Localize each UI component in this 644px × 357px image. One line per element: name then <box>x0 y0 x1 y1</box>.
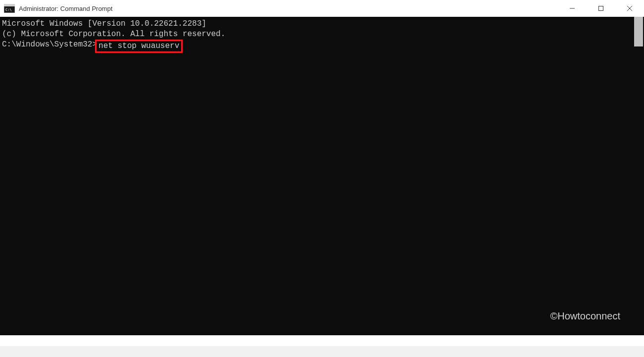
minimize-button[interactable] <box>558 0 587 17</box>
terminal-area[interactable]: Microsoft Windows [Version 10.0.22621.22… <box>0 17 644 346</box>
bottom-strip <box>0 335 644 346</box>
svg-rect-1 <box>4 4 15 6</box>
svg-rect-4 <box>599 6 603 11</box>
prompt-line: C:\Windows\System32>net stop wuauserv <box>2 40 642 53</box>
typed-command: net stop wuauserv <box>99 42 179 50</box>
titlebar[interactable]: C:\ Administrator: Command Prompt <box>0 0 644 17</box>
cmd-icon: C:\ <box>4 4 15 13</box>
window-title: Administrator: Command Prompt <box>19 5 112 12</box>
window-frame: C:\ Administrator: Command Prompt Micros… <box>0 0 644 346</box>
window-controls <box>558 0 644 17</box>
maximize-button[interactable] <box>587 0 615 17</box>
watermark-text: ©Howtoconnect <box>550 311 620 321</box>
output-line-version: Microsoft Windows [Version 10.0.22621.22… <box>2 19 642 29</box>
vertical-scrollbar[interactable] <box>634 17 643 46</box>
svg-text:C:\: C:\ <box>5 8 12 12</box>
output-line-copyright: (c) Microsoft Corporation. All rights re… <box>2 29 642 40</box>
close-button[interactable] <box>615 0 644 17</box>
command-highlight: net stop wuauserv <box>95 40 183 53</box>
prompt-path: C:\Windows\System32> <box>2 40 97 53</box>
